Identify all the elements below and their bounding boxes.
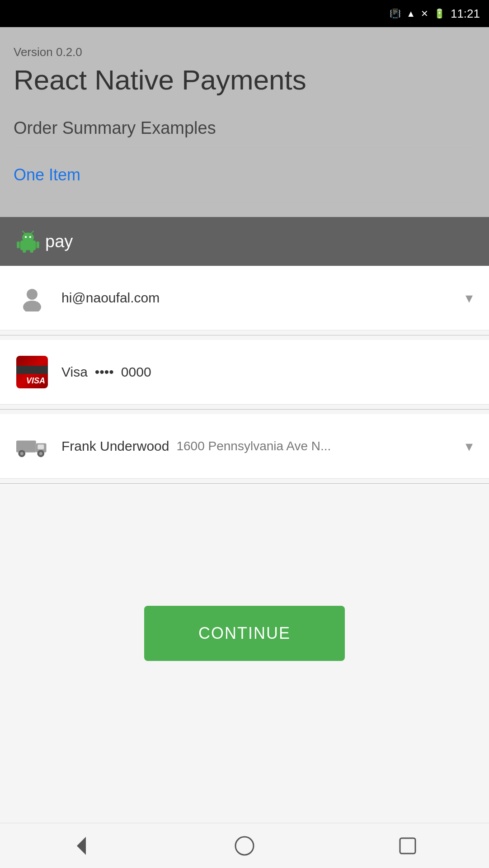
status-bar: 📳 ▲ ✕ 🔋 11:21 bbox=[0, 0, 489, 27]
svg-point-20 bbox=[235, 837, 254, 855]
svg-marker-19 bbox=[77, 837, 86, 855]
card-brand: Visa bbox=[61, 364, 88, 380]
nav-bar bbox=[0, 823, 489, 868]
account-email: hi@naoufal.com bbox=[61, 290, 160, 306]
continue-button[interactable]: CONTINUE bbox=[144, 606, 345, 661]
home-icon bbox=[233, 835, 256, 857]
card-last4: 0000 bbox=[121, 364, 151, 380]
svg-line-5 bbox=[31, 231, 33, 233]
divider-mid bbox=[14, 203, 475, 203]
visa-logo-text: VISA bbox=[26, 376, 45, 386]
account-divider bbox=[0, 335, 489, 335]
card-divider bbox=[0, 409, 489, 410]
svg-rect-21 bbox=[400, 838, 415, 854]
account-row[interactable]: hi@naoufal.com ▾ bbox=[0, 266, 489, 330]
svg-rect-8 bbox=[23, 249, 26, 253]
svg-rect-6 bbox=[17, 241, 20, 248]
card-dots: •••• bbox=[95, 364, 114, 380]
nav-home-button[interactable] bbox=[226, 828, 263, 864]
signal-off-icon: ✕ bbox=[421, 8, 428, 19]
svg-point-1 bbox=[22, 233, 34, 243]
wifi-icon: ▲ bbox=[406, 9, 415, 19]
payment-content: hi@naoufal.com ▾ VISA Visa •••• 0000 bbox=[0, 266, 489, 823]
svg-rect-9 bbox=[30, 249, 33, 253]
version-label: Version 0.2.0 bbox=[14, 45, 475, 59]
svg-point-2 bbox=[25, 236, 27, 238]
content-spacer bbox=[0, 488, 489, 579]
back-icon bbox=[70, 835, 93, 857]
shipping-chevron-icon: ▾ bbox=[465, 438, 473, 455]
svg-line-4 bbox=[23, 231, 25, 233]
shipping-name: Frank Underwood bbox=[61, 439, 169, 454]
svg-point-18 bbox=[39, 452, 42, 455]
android-robot-icon bbox=[16, 230, 40, 253]
svg-rect-7 bbox=[36, 241, 39, 248]
nav-back-button[interactable] bbox=[63, 828, 99, 864]
account-content: hi@naoufal.com bbox=[61, 290, 452, 306]
svg-point-16 bbox=[20, 452, 24, 455]
card-stripe bbox=[16, 366, 48, 374]
svg-rect-14 bbox=[38, 444, 44, 449]
battery-icon: 🔋 bbox=[434, 8, 445, 19]
nav-recents-button[interactable] bbox=[390, 828, 426, 864]
app-title: React Native Payments bbox=[14, 64, 475, 96]
shipping-content: Frank Underwood 1600 Pennsylvania Ave N.… bbox=[61, 439, 452, 454]
pay-label: pay bbox=[45, 232, 73, 251]
android-pay-logo: pay bbox=[16, 230, 73, 253]
vibrate-icon: 📳 bbox=[390, 8, 401, 19]
card-icon: VISA bbox=[16, 356, 48, 388]
shipping-divider bbox=[0, 483, 489, 484]
section-title: Order Summary Examples bbox=[14, 118, 475, 138]
person-icon bbox=[16, 282, 48, 314]
shipping-row[interactable]: Frank Underwood 1600 Pennsylvania Ave N.… bbox=[0, 414, 489, 479]
one-item-link[interactable]: One Item bbox=[14, 152, 475, 198]
account-chevron-icon: ▾ bbox=[465, 289, 473, 307]
status-icons: 📳 ▲ ✕ 🔋 11:21 bbox=[390, 7, 480, 21]
card-content: Visa •••• 0000 bbox=[61, 364, 473, 380]
visa-card-image: VISA bbox=[16, 356, 48, 388]
card-row[interactable]: VISA Visa •••• 0000 bbox=[0, 340, 489, 405]
shipping-address: 1600 Pennsylvania Ave N... bbox=[176, 439, 331, 453]
svg-point-11 bbox=[23, 301, 41, 311]
recents-icon bbox=[396, 835, 419, 857]
divider-top bbox=[14, 147, 475, 147]
svg-rect-12 bbox=[16, 440, 36, 452]
svg-point-3 bbox=[29, 236, 31, 238]
continue-section: CONTINUE bbox=[0, 579, 489, 697]
android-pay-modal: pay hi@naoufal.com ▾ bbox=[0, 217, 489, 868]
status-time: 11:21 bbox=[451, 7, 480, 21]
svg-point-10 bbox=[27, 289, 38, 300]
truck-icon bbox=[16, 430, 48, 462]
android-pay-bar: pay bbox=[0, 217, 489, 266]
app-layout: 📳 ▲ ✕ 🔋 11:21 Version 0.2.0 React Native… bbox=[0, 0, 489, 868]
